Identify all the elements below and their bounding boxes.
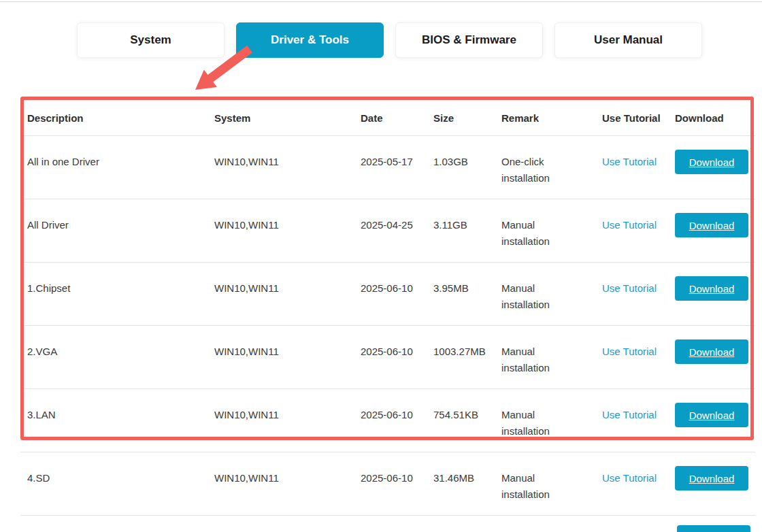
tab-label: System (130, 33, 171, 47)
cell-date: 2025-06-10 (361, 452, 433, 515)
cell-description: All in one Driver (27, 136, 214, 199)
cell-system: WIN10,WIN11 (214, 263, 361, 325)
use-tutorial-link[interactable]: Use Tutorial (602, 219, 657, 231)
cell-download: Download (675, 389, 755, 452)
table-row: 1.Chipset WIN10,WIN11 2025-06-10 3.95MB … (20, 263, 755, 326)
cell-remark: Manual installation (501, 389, 602, 452)
cell-remark: Manual installation (501, 199, 602, 262)
tab-driver-tools[interactable]: Driver & Tools (236, 22, 384, 58)
cell-system: WIN10,WIN11 (214, 389, 361, 452)
cell-download: Download (675, 452, 755, 515)
cell-size: 3.95MB (433, 263, 501, 325)
column-header-date: Date (361, 112, 433, 124)
download-button[interactable]: Download (675, 466, 748, 491)
cell-remark: Manual installation (501, 452, 602, 515)
cell-description: 1.Chipset (27, 263, 214, 325)
cell-description: All Driver (27, 199, 214, 262)
column-header-download: Download (675, 112, 755, 124)
cell-remark: Manual installation (501, 326, 602, 388)
use-tutorial-link[interactable]: Use Tutorial (602, 346, 657, 357)
use-tutorial-link[interactable]: Use Tutorial (602, 472, 657, 484)
cell-system: WIN10,WIN11 (214, 452, 361, 515)
cell-date: 2025-04-25 (361, 199, 433, 262)
column-header-remark: Remark (501, 112, 602, 124)
cell-system: WIN10,WIN11 (214, 326, 361, 388)
cell-download: Download (675, 263, 755, 325)
tab-label: Driver & Tools (271, 33, 349, 47)
driver-table: Description System Date Size Remark Use … (20, 100, 755, 532)
download-button[interactable]: Download (675, 403, 748, 427)
tab-bar: System Driver & Tools BIOS & Firmware Us… (77, 22, 702, 58)
use-tutorial-link[interactable]: Use Tutorial (602, 409, 657, 420)
cell-remark: Manual installation (501, 263, 602, 325)
cell-remark: One-click installation (501, 136, 602, 199)
download-button[interactable]: Download (675, 339, 748, 364)
cell-date: 2025-06-10 (361, 389, 433, 452)
use-tutorial-link[interactable]: Use Tutorial (602, 282, 657, 294)
tab-label: User Manual (594, 33, 663, 47)
cell-use-tutorial: Use Tutorial (602, 326, 675, 388)
cell-download: Download (675, 199, 755, 262)
table-body: All in one Driver WIN10,WIN11 2025-05-17… (20, 136, 755, 516)
table-row: 3.LAN WIN10,WIN11 2025-06-10 754.51KB Ma… (20, 389, 755, 452)
download-button[interactable]: Download (675, 150, 748, 174)
cell-use-tutorial: Use Tutorial (602, 263, 675, 325)
cell-size: 31.46MB (433, 452, 501, 515)
table-row: All in one Driver WIN10,WIN11 2025-05-17… (20, 136, 755, 199)
tab-user-manual[interactable]: User Manual (554, 22, 702, 58)
table-row: All Driver WIN10,WIN11 2025-04-25 3.11GB… (20, 199, 755, 263)
cell-description: 2.VGA (27, 326, 214, 388)
tab-label: BIOS & Firmware (422, 33, 516, 47)
cell-size: 1003.27MB (433, 326, 501, 388)
column-header-size: Size (433, 112, 501, 124)
cell-size: 3.11GB (433, 199, 501, 262)
cell-use-tutorial: Use Tutorial (602, 199, 675, 262)
cell-date: 2025-05-17 (361, 136, 433, 199)
download-button[interactable]: Download (675, 276, 748, 301)
cell-description: 4.SD (27, 452, 214, 515)
table-header-row: Description System Date Size Remark Use … (20, 100, 755, 136)
tab-bios-firmware[interactable]: BIOS & Firmware (395, 22, 543, 58)
cell-use-tutorial: Use Tutorial (602, 452, 675, 515)
cell-date: 2025-06-10 (361, 263, 433, 325)
tab-system[interactable]: System (77, 22, 225, 58)
cell-size: 1.03GB (433, 136, 501, 199)
cell-use-tutorial: Use Tutorial (602, 389, 675, 452)
table-row: 4.SD WIN10,WIN11 2025-06-10 31.46MB Manu… (20, 452, 755, 516)
cell-system: WIN10,WIN11 (214, 136, 361, 199)
column-header-use-tutorial: Use Tutorial (602, 112, 675, 124)
cell-size: 754.51KB (433, 389, 501, 452)
download-button[interactable]: Download (675, 213, 748, 237)
column-header-system: System (214, 112, 361, 124)
use-tutorial-link[interactable]: Use Tutorial (602, 156, 657, 167)
cell-download: Download (675, 136, 755, 199)
column-header-description: Description (27, 112, 214, 124)
top-divider (0, 1, 762, 2)
driver-download-page: System Driver & Tools BIOS & Firmware Us… (0, 0, 762, 532)
cell-description: 3.LAN (27, 389, 214, 452)
cell-use-tutorial: Use Tutorial (602, 136, 675, 199)
table-row-partial: Download (20, 516, 755, 532)
table-row: 2.VGA WIN10,WIN11 2025-06-10 1003.27MB M… (20, 326, 755, 389)
cell-system: WIN10,WIN11 (214, 199, 361, 262)
cell-download: Download (675, 326, 755, 388)
download-button[interactable]: Download (677, 525, 750, 532)
cell-date: 2025-06-10 (361, 326, 433, 388)
